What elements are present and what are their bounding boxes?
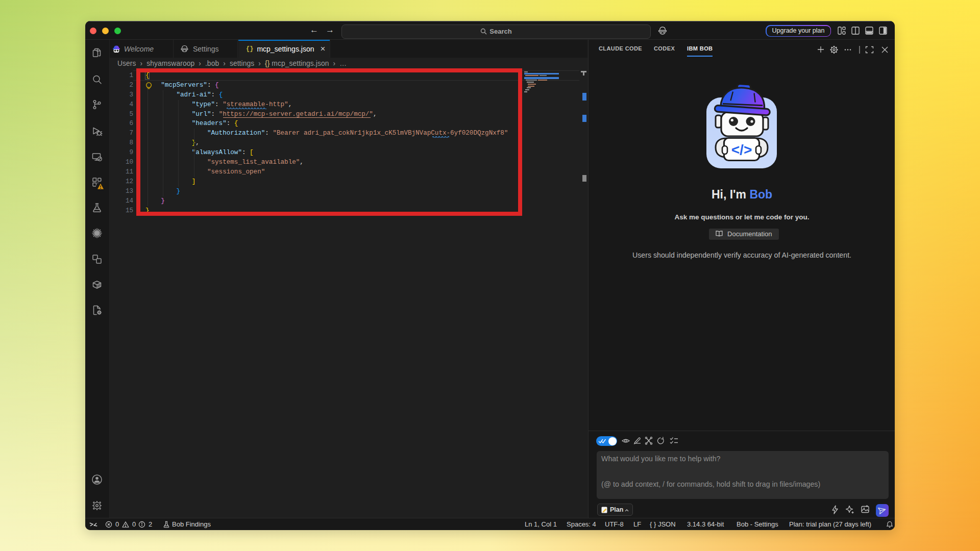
svg-text:</>: </>: [731, 142, 752, 158]
